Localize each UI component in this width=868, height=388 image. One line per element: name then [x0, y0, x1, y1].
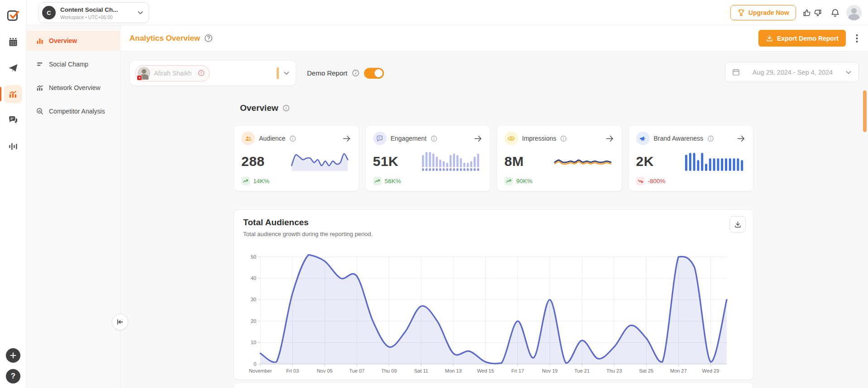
help-button[interactable]: ?: [6, 369, 20, 383]
card-label: Impressions: [522, 135, 556, 142]
export-demo-report-button[interactable]: Export Demo Report: [758, 30, 846, 47]
thumbs-down-icon: [813, 8, 822, 18]
upgrade-now-button[interactable]: Upgrade Now: [730, 5, 796, 20]
svg-text:Wed 29: Wed 29: [702, 368, 719, 374]
info-icon[interactable]: [707, 135, 714, 142]
info-icon[interactable]: [283, 104, 290, 112]
add-button[interactable]: [6, 348, 20, 363]
people-icon: [241, 132, 255, 145]
sidebar-item-label: Overview: [49, 37, 77, 44]
demo-report-control: Demo Report: [307, 60, 384, 86]
info-icon[interactable]: [431, 135, 437, 142]
svg-text:Mon 27: Mon 27: [670, 368, 687, 374]
kebab-icon: [856, 34, 858, 43]
svg-text:November: November: [249, 368, 272, 374]
topbar: C Content Social Ch... Workspace • UTC+0…: [27, 0, 868, 25]
total-audiences-chart: 01020304050NovemberFri 03Nov 05Tue 07Thu…: [239, 250, 749, 377]
page-header: Analytics Overview Export Demo Report: [120, 25, 868, 52]
sidebar-item-label: Network Overview: [49, 84, 101, 91]
demo-report-toggle[interactable]: [364, 68, 384, 79]
plus-icon: [10, 352, 17, 359]
brand-awareness-sparkline: [684, 150, 744, 173]
svg-text:Thu 09: Thu 09: [381, 368, 397, 374]
overview-card-brand-awareness: Brand Awareness 2K -800%: [628, 125, 754, 191]
alert-icon: [198, 70, 205, 76]
bar-chart-icon: [36, 37, 44, 45]
calendar-icon: [732, 68, 740, 76]
app-logo: [4, 6, 22, 24]
impressions-sparkline: [553, 150, 613, 173]
sidebar-item-label: Social Champ: [49, 61, 88, 68]
profile-selector[interactable]: Afirah Shaikh: [129, 60, 296, 86]
publish-plane-icon[interactable]: [4, 59, 22, 77]
svg-text:Sat 25: Sat 25: [639, 368, 654, 374]
arrow-right-icon[interactable]: [605, 134, 614, 143]
activity-icon[interactable]: [4, 137, 22, 156]
download-icon: [766, 34, 773, 42]
sidebar-item-overview[interactable]: Overview: [27, 31, 120, 51]
inbox-chat-icon[interactable]: [4, 111, 22, 129]
overview-title: Overview: [240, 103, 278, 113]
card-value: 2K: [636, 154, 654, 169]
export-label: Export Demo Report: [777, 35, 839, 42]
trophy-icon: [737, 9, 745, 17]
sidebar: Overview Social Champ Network Overview C…: [27, 25, 120, 388]
total-audiences-card: Total Audiences Total audience growth du…: [234, 209, 753, 380]
sidebar-item-social-champ[interactable]: Social Champ: [27, 54, 120, 74]
profile-name: Afirah Shaikh: [154, 70, 192, 77]
feedback-buttons[interactable]: [802, 8, 822, 18]
bell-icon: [830, 8, 840, 18]
next-section-card: [234, 383, 753, 388]
overview-heading: Overview: [240, 103, 290, 113]
scrollbar-thumb[interactable]: [863, 90, 867, 132]
eye-icon: [504, 132, 518, 145]
demo-report-label: Demo Report: [307, 69, 347, 77]
megaphone-icon: [636, 132, 650, 145]
main-content: Analytics Overview Export Demo Report Af…: [120, 25, 868, 388]
arrow-right-icon[interactable]: [342, 134, 351, 143]
sidebar-item-competitor-analysis[interactable]: Competitor Analysis: [27, 101, 120, 121]
upgrade-label: Upgrade Now: [748, 9, 789, 16]
chart-download-button[interactable]: [729, 216, 746, 232]
info-icon[interactable]: [352, 69, 360, 77]
sidebar-item-network-overview[interactable]: Network Overview: [27, 78, 120, 98]
info-icon[interactable]: [560, 135, 567, 142]
analytics-icon[interactable]: [4, 85, 22, 103]
arrow-right-icon[interactable]: [736, 134, 746, 143]
svg-text:0: 0: [254, 361, 256, 367]
card-delta: 56K%: [385, 178, 401, 185]
download-icon: [734, 221, 742, 228]
overview-card-engagement: Engagement 51K: [365, 125, 491, 191]
chevron-down-icon: [283, 69, 290, 77]
date-range-picker[interactable]: Aug 29, 2024 - Sep 4, 2024: [725, 62, 859, 82]
svg-text:Thu 23: Thu 23: [606, 368, 622, 374]
card-label: Audience: [259, 135, 285, 142]
arrow-right-icon[interactable]: [473, 134, 483, 143]
trend-up-icon: [241, 177, 250, 185]
svg-text:50: 50: [251, 254, 256, 260]
calendar-icon[interactable]: [4, 33, 22, 51]
card-delta: -800%: [648, 178, 666, 185]
audience-sparkline: [290, 150, 350, 173]
sidebar-collapse-button[interactable]: [112, 314, 128, 330]
svg-text:Fri 03: Fri 03: [286, 368, 299, 374]
workspace-selector[interactable]: C Content Social Ch... Workspace • UTC+0…: [38, 2, 149, 23]
overview-card-impressions: Impressions 8M 90K%: [497, 125, 622, 191]
svg-text:Fri 17: Fri 17: [511, 368, 524, 374]
svg-text:Tue 21: Tue 21: [574, 368, 590, 374]
svg-text:Tue 07: Tue 07: [349, 368, 364, 374]
user-avatar[interactable]: [846, 5, 862, 20]
help-icon[interactable]: [204, 34, 213, 43]
chat-bubble-icon: [373, 132, 387, 145]
info-icon[interactable]: [289, 135, 296, 142]
card-delta: 14K%: [253, 178, 269, 185]
collapse-arrow-icon: [116, 318, 124, 326]
notifications-button[interactable]: [830, 8, 840, 18]
svg-text:Wed 15: Wed 15: [477, 368, 494, 374]
workspace-subtitle: Workspace • UTC+05:00: [60, 14, 132, 20]
chart-growth-icon: [36, 84, 44, 92]
trend-up-icon: [373, 177, 382, 185]
card-label: Brand Awareness: [654, 135, 703, 142]
svg-text:Nov 19: Nov 19: [542, 368, 558, 374]
more-options-button[interactable]: [854, 32, 860, 45]
